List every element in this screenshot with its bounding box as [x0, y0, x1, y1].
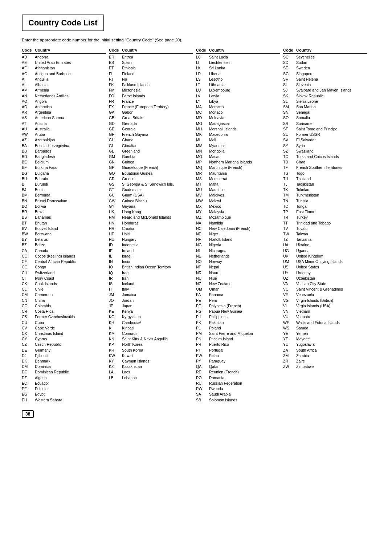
table-row: NRNauru	[196, 270, 280, 276]
table-row: TGTogo	[283, 171, 367, 176]
column-3: CodeCountryLCSaint LuciaLILiechtensteinL…	[196, 48, 283, 403]
country-name: Central African Republic	[35, 259, 106, 264]
country-code: TF	[283, 165, 296, 170]
country-code: KG	[109, 314, 122, 320]
country-code: KP	[109, 342, 122, 347]
table-row: UYUruguay	[283, 270, 367, 276]
country-name: Australia	[35, 126, 106, 132]
country-code: DE	[22, 348, 35, 353]
country-code: LT	[196, 82, 209, 88]
country-name: Guadeloupe (French)	[122, 165, 193, 170]
country-code: UK	[283, 254, 296, 259]
country-name: Hong Kong	[122, 209, 193, 215]
table-row: NCNew Caledonia (French)	[196, 226, 280, 231]
country-code: BE	[22, 159, 35, 165]
country-code: UZ	[283, 276, 296, 281]
country-name: Iceland	[122, 281, 193, 287]
table-row: MZMozambique	[196, 215, 280, 220]
table-row: FIFinland	[109, 71, 193, 77]
country-name: India	[122, 259, 193, 264]
country-name: Christmas Island	[35, 331, 106, 336]
table-row: QAQatar	[196, 364, 280, 369]
table-row: AQAntarctica	[22, 104, 106, 110]
country-code: SV	[283, 137, 296, 143]
table-row: TMTurkmenistan	[283, 193, 367, 198]
country-name: Malta	[209, 182, 280, 187]
col-header-code: Code	[109, 48, 122, 52]
country-code: VA	[283, 281, 296, 287]
country-name: Nicaragua	[209, 248, 280, 254]
country-code: SE	[283, 65, 296, 71]
country-name: Vatican City State	[296, 281, 367, 287]
column-4: CodeCountrySCSeychellesSDSudanSESwedenSG…	[283, 48, 370, 403]
country-name: Tokelau	[296, 187, 367, 193]
table-row: NINicaragua	[196, 248, 280, 254]
country-code: WF	[283, 320, 296, 325]
table-row: GUGuam (USA)	[109, 193, 193, 198]
table-row: BIBurundi	[22, 182, 106, 187]
country-name: Botswana	[35, 231, 106, 237]
country-code: BR	[22, 209, 35, 215]
country-name: Denmark	[35, 358, 106, 364]
table-row: EREritrea	[109, 54, 193, 60]
table-row: OMOman	[196, 287, 280, 292]
country-code: TJ	[283, 182, 296, 187]
country-name: American Samoa	[35, 115, 106, 121]
country-name: Western Sahara	[35, 397, 106, 403]
table-row: SISlovenia	[283, 82, 367, 88]
country-code: BI	[22, 182, 35, 187]
country-name: Benin	[35, 187, 106, 193]
table-row: MTMalta	[196, 182, 280, 187]
country-name: Brazil	[35, 209, 106, 215]
table-row: BBBarbados	[22, 149, 106, 154]
country-name: Colombia	[35, 303, 106, 309]
table-row: KIKiribati	[109, 325, 193, 331]
country-name: Ethiopia	[122, 65, 193, 71]
country-name: Chad	[296, 159, 367, 165]
table-row: MWMalawi	[196, 198, 280, 204]
table-row: MAMorocco	[196, 104, 280, 110]
table-row: ESSpain	[109, 60, 193, 65]
country-code: AD	[22, 54, 35, 60]
table-row: LULuxembourg	[196, 88, 280, 93]
country-name: Croatia	[122, 226, 193, 231]
country-code: NO	[196, 259, 209, 264]
country-name: Guatemala	[122, 187, 193, 193]
country-name: Austria	[35, 121, 106, 126]
country-name: Guinea	[122, 159, 193, 165]
country-name: Svalbard and Jan Mayen Islands	[296, 88, 367, 93]
country-code: EH	[22, 397, 35, 403]
col-header-4: CodeCountry	[283, 48, 367, 54]
table-row: MKMacedonia	[196, 132, 280, 137]
country-name: Saint Helena	[296, 77, 367, 82]
country-code: BH	[22, 176, 35, 182]
country-name: Slovak Republic	[296, 93, 367, 99]
table-row: FXFrance (European Territory)	[109, 104, 193, 110]
country-code: ET	[109, 65, 122, 71]
country-name: United Arab Emirates	[35, 60, 106, 65]
table-row: SASaudi Arabia	[196, 392, 280, 397]
table-row: EEEstonia	[22, 386, 106, 392]
table-row: DZAlgeria	[22, 375, 106, 381]
country-code: MQ	[196, 165, 209, 170]
country-name: Thailand	[296, 176, 367, 182]
table-row: AMArmenia	[22, 88, 106, 93]
country-name: Uganda	[296, 248, 367, 254]
table-row: FOFaroe Islands	[109, 93, 193, 99]
country-name: New Caledonia (French)	[209, 226, 280, 231]
table-row: ETEthiopia	[109, 65, 193, 71]
country-code: AL	[22, 82, 35, 88]
country-name: Mauritania	[209, 171, 280, 176]
country-code: BS	[22, 215, 35, 220]
country-name: Solomon Islands	[209, 397, 280, 403]
country-code: HT	[109, 231, 122, 237]
country-code: PF	[196, 303, 209, 309]
country-code: TP	[283, 209, 296, 215]
col-header-code: Code	[22, 48, 35, 52]
country-name: Liberia	[209, 71, 280, 77]
country-code: MT	[196, 182, 209, 187]
country-name: Argentina	[35, 110, 106, 115]
table-row: BYBelarus	[22, 237, 106, 242]
page-number-box: 38	[22, 410, 34, 418]
col-header-code: Code	[283, 48, 296, 52]
